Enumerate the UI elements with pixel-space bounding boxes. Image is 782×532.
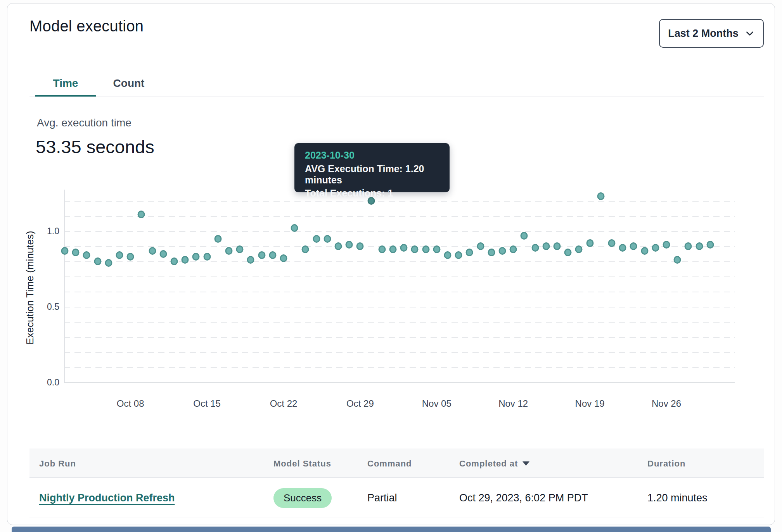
data-point[interactable] xyxy=(510,245,517,253)
y-tick-label: 1.0 xyxy=(35,226,59,237)
data-point[interactable] xyxy=(335,242,342,250)
data-point[interactable] xyxy=(280,254,287,262)
data-point[interactable] xyxy=(127,253,134,261)
table-row: Nightly Production Refresh Success Parti… xyxy=(29,478,764,518)
model-execution-card: Model execution Last 2 Months Time Count… xyxy=(7,3,775,525)
x-tick-label: Nov 05 xyxy=(422,398,452,409)
data-point[interactable] xyxy=(586,239,593,247)
chart-tabs: Time Count xyxy=(35,72,161,95)
data-point[interactable] xyxy=(389,245,397,253)
data-point[interactable] xyxy=(422,245,429,253)
date-range-dropdown[interactable]: Last 2 Months xyxy=(659,19,764,48)
chart-tooltip: 2023-10-30 AVG Execution Time: 1.20 minu… xyxy=(294,143,450,192)
x-tick-label: Nov 19 xyxy=(575,398,605,409)
gridline xyxy=(64,352,735,353)
data-point[interactable] xyxy=(367,197,375,205)
column-header-command[interactable]: Command xyxy=(367,449,412,478)
x-tick-label: Nov 26 xyxy=(652,398,681,409)
data-point[interactable] xyxy=(72,249,80,256)
data-point[interactable] xyxy=(706,241,714,249)
tab-count[interactable]: Count xyxy=(96,72,161,95)
y-axis-line xyxy=(64,190,65,382)
data-point[interactable] xyxy=(83,251,90,259)
avg-execution-time-value: 53.35 seconds xyxy=(36,136,154,157)
column-header-model-status[interactable]: Model Status xyxy=(273,449,331,478)
data-point[interactable] xyxy=(564,249,572,256)
data-point[interactable] xyxy=(663,241,670,249)
data-point[interactable] xyxy=(324,235,331,243)
data-point[interactable] xyxy=(641,247,648,255)
data-point[interactable] xyxy=(499,247,506,255)
data-point[interactable] xyxy=(597,192,604,200)
data-point[interactable] xyxy=(192,253,200,261)
gridline xyxy=(64,367,735,368)
data-point[interactable] xyxy=(247,256,254,264)
data-point[interactable] xyxy=(302,245,309,253)
data-point[interactable] xyxy=(313,235,320,243)
data-point[interactable] xyxy=(346,241,353,249)
data-point[interactable] xyxy=(214,235,221,243)
data-point[interactable] xyxy=(554,242,561,250)
tooltip-total-line: Total Executions: 1 xyxy=(305,188,450,199)
x-axis-line xyxy=(64,382,735,383)
data-point[interactable] xyxy=(466,249,473,256)
data-point[interactable] xyxy=(225,247,233,255)
gridline xyxy=(64,322,735,323)
data-point[interactable] xyxy=(411,245,419,253)
data-point[interactable] xyxy=(203,253,211,261)
data-point[interactable] xyxy=(521,232,528,240)
data-point[interactable] xyxy=(444,251,452,259)
table-header-row: Job Run Model Status Command Completed a… xyxy=(29,449,764,478)
data-point[interactable] xyxy=(575,245,583,253)
data-point[interactable] xyxy=(116,251,123,259)
data-point[interactable] xyxy=(149,247,156,255)
data-point[interactable] xyxy=(258,251,265,259)
data-point[interactable] xyxy=(138,211,145,218)
data-point[interactable] xyxy=(94,257,101,265)
data-point[interactable] xyxy=(269,251,276,259)
data-point[interactable] xyxy=(685,242,692,250)
gridline xyxy=(64,261,735,262)
gridline xyxy=(64,276,735,277)
page-title: Model execution xyxy=(29,17,144,35)
data-point[interactable] xyxy=(61,247,69,255)
data-point[interactable] xyxy=(695,242,703,250)
data-point[interactable] xyxy=(236,245,244,253)
gridline xyxy=(64,307,735,307)
tooltip-date: 2023-10-30 xyxy=(305,150,450,161)
data-point[interactable] xyxy=(105,259,112,267)
data-point[interactable] xyxy=(531,244,539,252)
data-point[interactable] xyxy=(182,256,189,264)
data-point[interactable] xyxy=(171,257,178,265)
data-point[interactable] xyxy=(488,249,495,256)
data-point[interactable] xyxy=(356,242,364,250)
data-point[interactable] xyxy=(652,244,659,252)
data-point[interactable] xyxy=(159,250,167,258)
data-point[interactable] xyxy=(400,244,408,252)
column-header-completed-at[interactable]: Completed at xyxy=(459,449,529,478)
column-header-duration[interactable]: Duration xyxy=(647,449,685,478)
job-run-link[interactable]: Nightly Production Refresh xyxy=(39,492,175,504)
data-point[interactable] xyxy=(619,244,626,252)
data-point[interactable] xyxy=(291,224,298,232)
dashboard-page: Model execution Last 2 Months Time Count… xyxy=(0,0,782,532)
avg-execution-time-label: Avg. execution time xyxy=(37,117,131,129)
data-point[interactable] xyxy=(433,245,440,253)
data-point[interactable] xyxy=(674,256,681,264)
data-point[interactable] xyxy=(608,239,616,247)
data-point[interactable] xyxy=(477,242,484,250)
column-header-job-run[interactable]: Job Run xyxy=(39,449,76,478)
data-point[interactable] xyxy=(630,242,637,250)
duration-cell: 1.20 minutes xyxy=(647,478,708,518)
date-range-value: Last 2 Months xyxy=(668,28,739,40)
gridline xyxy=(64,216,735,217)
y-tick-label: 0.0 xyxy=(35,377,59,388)
x-tick-label: Oct 08 xyxy=(117,398,144,409)
x-tick-label: Oct 29 xyxy=(346,398,374,409)
data-point[interactable] xyxy=(542,242,550,250)
data-point[interactable] xyxy=(455,251,462,259)
tab-time[interactable]: Time xyxy=(35,72,96,95)
data-point[interactable] xyxy=(378,245,386,253)
completed-at-cell: Oct 29, 2023, 6:02 PM PDT xyxy=(459,478,588,518)
status-badge: Success xyxy=(273,488,332,508)
